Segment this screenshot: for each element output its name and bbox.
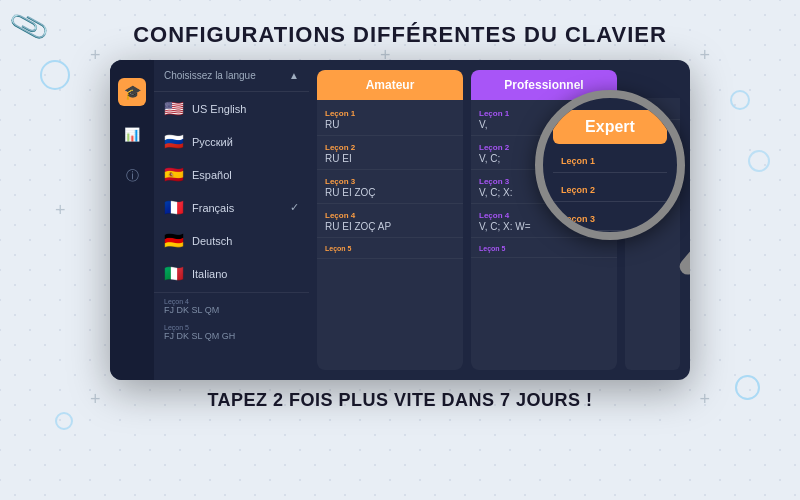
- lang-header[interactable]: Choisissez la langue ▲: [154, 60, 309, 92]
- sidebar-lesson4-value: FJ DK SL QM: [164, 305, 299, 315]
- flag-it-icon: 🇮🇹: [164, 264, 184, 283]
- magnifier-lesson4: Leçon 4: [553, 237, 667, 240]
- lang-item-en[interactable]: 🇺🇸 US English: [154, 92, 309, 125]
- page-wrapper: CONFIGURATIONS DIFFéRENTES DU CLAVIER 🎓 …: [0, 0, 800, 500]
- flag-fr-icon: 🇫🇷: [164, 198, 184, 217]
- lang-name-fr: Français: [192, 202, 282, 214]
- lang-item-it[interactable]: 🇮🇹 Italiano: [154, 257, 309, 290]
- amateur-lesson2-label: Leçon 2: [325, 143, 455, 152]
- magnifier-lesson2-label: Leçon 2: [561, 185, 659, 195]
- lang-name-de: Deutsch: [192, 235, 299, 247]
- amateur-lesson-3: Leçon 3 RU EI ZOÇ: [317, 172, 463, 204]
- lang-header-text: Choisissez la langue: [164, 70, 256, 81]
- lang-item-fr[interactable]: 🇫🇷 Français ✓: [154, 191, 309, 224]
- sidebar-icon-info[interactable]: ⓘ: [118, 162, 146, 190]
- tagline: TAPEZ 2 FOIS PLUS VITE DANS 7 JOURS !: [207, 390, 592, 411]
- amateur-lesson-5: Leçon 5: [317, 240, 463, 259]
- amateur-column: Amateur Leçon 1 RU Leçon 2 RU EI Leçon 3…: [317, 70, 463, 370]
- amateur-lesson3-value: RU EI ZOÇ: [325, 187, 455, 198]
- amateur-lesson-1: Leçon 1 RU: [317, 104, 463, 136]
- lang-name-it: Italiano: [192, 268, 299, 280]
- lang-item-es[interactable]: 🇪🇸 Español: [154, 158, 309, 191]
- sidebar-icon-graduation[interactable]: 🎓: [118, 78, 146, 106]
- lang-item-de[interactable]: 🇩🇪 Deutsch: [154, 224, 309, 257]
- chart-icon: 📊: [124, 127, 140, 142]
- amateur-lesson1-label: Leçon 1: [325, 109, 455, 118]
- amateur-lesson-4: Leçon 4 RU EI ZOÇ AP: [317, 206, 463, 238]
- sidebar-lesson5-value: FJ DK SL QM GH: [164, 331, 299, 341]
- checkmark-icon: ✓: [290, 201, 299, 214]
- amateur-lesson-2: Leçon 2 RU EI: [317, 138, 463, 170]
- chevron-up-icon: ▲: [289, 70, 299, 81]
- amateur-header: Amateur: [317, 70, 463, 100]
- amateur-lesson3-label: Leçon 3: [325, 177, 455, 186]
- lang-item-ru[interactable]: 🇷🇺 Русский: [154, 125, 309, 158]
- amateur-lesson2-value: RU EI: [325, 153, 455, 164]
- magnifier-lesson2: Leçon 2: [553, 179, 667, 202]
- app-window: 🎓 📊 ⓘ Choisissez la langue ▲ 🇺🇸 US Engli…: [110, 60, 690, 380]
- sidebar-icon-chart[interactable]: 📊: [118, 120, 146, 148]
- magnifier-lesson1-label: Leçon 1: [561, 156, 659, 166]
- magnifier-content: Expert Leçon 1 Leçon 2 Leçon 3 Leçon 4: [543, 98, 677, 240]
- sidebar-lesson5-label: Leçon 5: [164, 324, 299, 331]
- magnifier-lesson3: Leçon 3: [553, 208, 667, 231]
- flag-es-icon: 🇪🇸: [164, 165, 184, 184]
- graduation-cap-icon: 🎓: [124, 84, 141, 100]
- flag-de-icon: 🇩🇪: [164, 231, 184, 250]
- page-title: CONFIGURATIONS DIFFéRENTES DU CLAVIER: [133, 22, 667, 48]
- info-icon: ⓘ: [126, 167, 139, 185]
- amateur-lesson1-value: RU: [325, 119, 455, 130]
- flag-ru-icon: 🇷🇺: [164, 132, 184, 151]
- amateur-lesson5-label: Leçon 5: [325, 245, 455, 252]
- sidebar-lesson4-label: Leçon 4: [164, 298, 299, 305]
- lang-name-ru: Русский: [192, 136, 299, 148]
- magnifier-circle: Expert Leçon 1 Leçon 2 Leçon 3 Leçon 4: [535, 90, 685, 240]
- amateur-lesson4-value: RU EI ZOÇ AP: [325, 221, 455, 232]
- magnifier-expert-label: Expert: [553, 110, 667, 144]
- amateur-body: Leçon 1 RU Leçon 2 RU EI Leçon 3 RU EI Z…: [317, 100, 463, 370]
- flag-us-icon: 🇺🇸: [164, 99, 184, 118]
- language-panel: Choisissez la langue ▲ 🇺🇸 US English 🇷🇺 …: [154, 60, 309, 380]
- lang-name-en: US English: [192, 103, 299, 115]
- magnifier-lesson3-label: Leçon 3: [561, 214, 659, 224]
- sidebar-icons: 🎓 📊 ⓘ: [110, 60, 154, 380]
- amateur-lesson4-label: Leçon 4: [325, 211, 455, 220]
- magnifier-overlay: Expert Leçon 1 Leçon 2 Leçon 3 Leçon 4: [535, 90, 690, 250]
- lang-name-es: Español: [192, 169, 299, 181]
- magnifier-lesson1: Leçon 1: [553, 150, 667, 173]
